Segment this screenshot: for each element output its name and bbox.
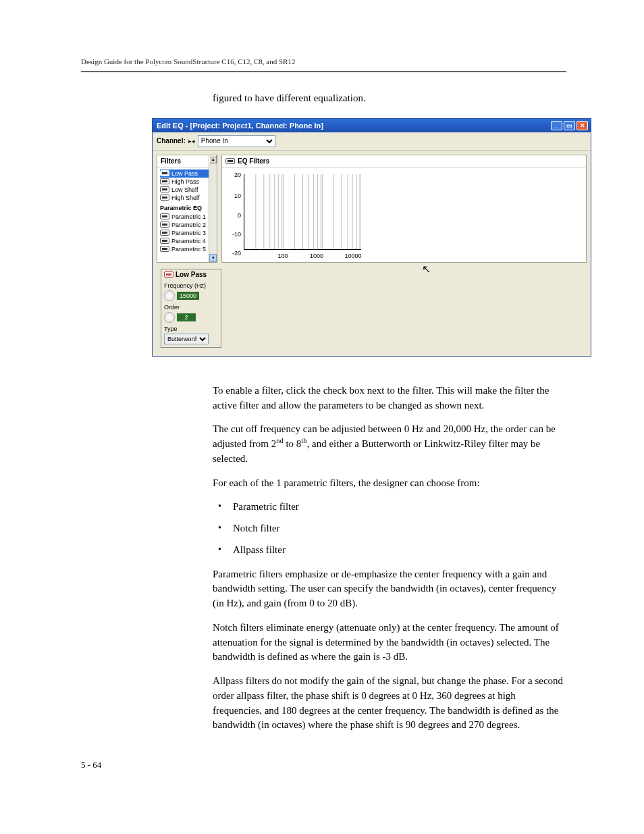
channel-label: Channel: bbox=[157, 137, 186, 145]
list-item: Notch filter bbox=[213, 521, 566, 536]
type-label: Type bbox=[164, 325, 218, 332]
toggle-icon[interactable] bbox=[164, 271, 173, 278]
cursor-icon: ↖ bbox=[422, 263, 431, 276]
toggle-icon[interactable] bbox=[160, 246, 169, 252]
y-tick: 0 bbox=[229, 212, 241, 219]
chart-title: EQ Filters bbox=[238, 157, 269, 165]
toggle-icon[interactable] bbox=[160, 230, 169, 236]
toggle-icon[interactable] bbox=[160, 194, 169, 201]
eq-chart: 20 10 0 -10 -20 100 1000 10000 bbox=[229, 172, 364, 259]
edit-eq-window: Edit EQ - [Project: Project1, Channel: P… bbox=[152, 118, 591, 357]
window-title: Edit EQ - [Project: Project1, Channel: P… bbox=[157, 122, 551, 130]
filter-label: Parametric 4 bbox=[171, 238, 206, 244]
channel-icon: ▸◂ bbox=[188, 138, 195, 145]
close-button[interactable]: ✕ bbox=[576, 121, 588, 130]
x-tick: 100 bbox=[277, 253, 288, 259]
filter-parametric2[interactable]: Parametric 2 bbox=[160, 221, 214, 229]
minimize-button[interactable]: _ bbox=[551, 121, 562, 130]
body-p2: The cut off frequency can be adjusted be… bbox=[213, 422, 566, 466]
window-titlebar[interactable]: Edit EQ - [Project: Project1, Channel: P… bbox=[153, 119, 591, 132]
knob-icon[interactable] bbox=[164, 290, 175, 301]
body-p5: Notch filters eliminate energy (attenuat… bbox=[213, 621, 566, 664]
toggle-icon[interactable] bbox=[225, 158, 235, 164]
filter-label: Low Pass bbox=[171, 170, 198, 177]
x-tick: 10000 bbox=[344, 253, 361, 259]
type-select[interactable]: Butterworth bbox=[164, 334, 209, 344]
filter-label: Parametric 1 bbox=[171, 213, 206, 220]
intro-text: figured to have different equalization. bbox=[213, 91, 566, 106]
body-p3: For each of the 1 parametric filters, th… bbox=[213, 476, 566, 491]
header-rule bbox=[81, 71, 566, 72]
props-title: Low Pass bbox=[176, 271, 207, 278]
toggle-icon[interactable] bbox=[160, 213, 169, 219]
filter-label: High Shelf bbox=[171, 194, 200, 201]
filter-label: Parametric 5 bbox=[171, 246, 206, 253]
x-tick: 1000 bbox=[310, 253, 323, 259]
running-head: Design Guide for the Polycom SoundStruct… bbox=[81, 57, 566, 66]
y-tick: -20 bbox=[229, 250, 241, 257]
list-item: Allpass filter bbox=[213, 543, 566, 558]
scroll-up-icon[interactable]: ▴ bbox=[209, 155, 217, 163]
page-number: 5 - 64 bbox=[81, 760, 566, 771]
knob-icon[interactable] bbox=[164, 312, 175, 323]
freq-value: 15000 bbox=[177, 292, 199, 300]
toggle-icon[interactable] bbox=[160, 186, 169, 192]
scroll-down-icon[interactable]: ▾ bbox=[209, 254, 217, 262]
y-tick: 10 bbox=[229, 192, 241, 199]
toggle-icon[interactable] bbox=[160, 221, 169, 228]
filters-header: Filters bbox=[157, 155, 217, 167]
filter-parametric3[interactable]: Parametric 3 bbox=[160, 229, 214, 237]
y-tick: 20 bbox=[229, 172, 241, 178]
filter-parametric5[interactable]: Parametric 5 bbox=[160, 245, 214, 253]
channel-select[interactable]: Phone In bbox=[198, 135, 275, 147]
freq-label: Frequency (Hz) bbox=[164, 282, 218, 289]
freq-spinner[interactable]: 15000 bbox=[164, 290, 218, 301]
filter-lowpass[interactable]: Low Pass bbox=[160, 170, 214, 178]
filter-label: Parametric 2 bbox=[171, 221, 206, 228]
toggle-icon[interactable] bbox=[160, 238, 169, 244]
filters-panel: Filters Low Pass High Pass bbox=[157, 155, 217, 263]
filter-parametric1[interactable]: Parametric 1 bbox=[160, 213, 214, 221]
order-value: 2 bbox=[177, 313, 196, 321]
filter-type-list: Parametric filter Notch filter Allpass f… bbox=[213, 500, 566, 557]
y-tick: -10 bbox=[229, 231, 241, 238]
toggle-icon[interactable] bbox=[160, 170, 169, 176]
maximize-button[interactable]: ▭ bbox=[564, 121, 575, 130]
filter-highshelf[interactable]: High Shelf bbox=[160, 194, 214, 202]
list-item: Parametric filter bbox=[213, 500, 566, 515]
body-p4: Parametric filters emphasize or de-empha… bbox=[213, 567, 566, 611]
filter-props-panel: Low Pass Frequency (Hz) 15000 Order 2 bbox=[161, 269, 221, 348]
filter-parametric4[interactable]: Parametric 4 bbox=[160, 237, 214, 245]
order-label: Order bbox=[164, 304, 218, 311]
body-p1: To enable a filter, click the check box … bbox=[213, 384, 566, 413]
filter-lowshelf[interactable]: Low Shelf bbox=[160, 186, 214, 194]
filter-highpass[interactable]: High Pass bbox=[160, 178, 214, 186]
body-p6: Allpass filters do not modify the gain o… bbox=[213, 674, 566, 733]
toggle-icon[interactable] bbox=[160, 178, 169, 184]
channel-bar: Channel: ▸◂ Phone In bbox=[153, 132, 591, 151]
eq-chart-panel: EQ Filters bbox=[221, 155, 587, 263]
filter-label: High Pass bbox=[171, 178, 199, 185]
scrollbar[interactable]: ▴ ▾ bbox=[209, 155, 217, 262]
filter-label: Low Shelf bbox=[171, 186, 198, 193]
filter-label: Parametric 3 bbox=[171, 230, 206, 236]
order-spinner[interactable]: 2 bbox=[164, 312, 218, 323]
parametric-header: Parametric EQ bbox=[160, 202, 214, 213]
